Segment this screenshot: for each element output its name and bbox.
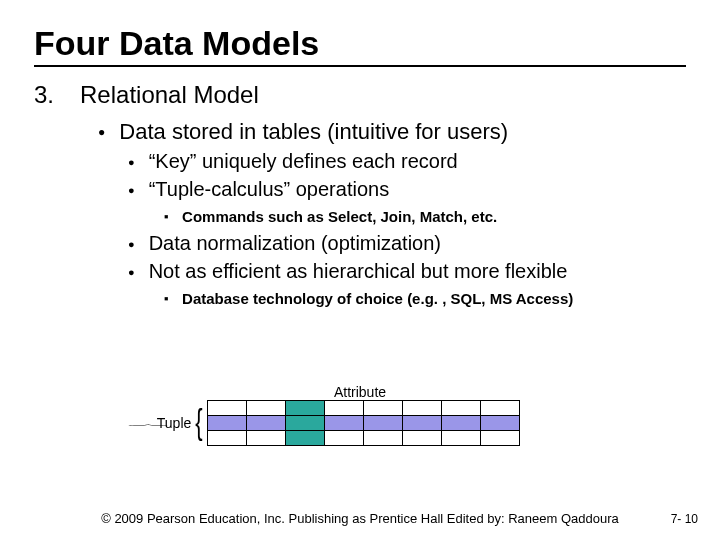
diagram-body: Tuple { [157,400,520,446]
copyright-text: © 2009 Pearson Education, Inc. Publishin… [0,511,720,526]
bullet-text: Not as efficient as hierarchical but mor… [149,260,568,283]
brace-left-icon: { [195,405,202,440]
divider [34,65,686,67]
bullet-icon: ● [128,178,135,202]
slide-title: Four Data Models [34,24,686,63]
bullet-text: Database technology of choice (e.g. , SQ… [182,290,573,307]
bullet-icon: ● [98,119,105,146]
table-row [207,401,519,416]
attribute-label: Attribute [0,384,720,400]
bullet-text: Data stored in tables (intuitive for use… [119,119,508,145]
bullet-level2: ● “Tuple-calculus” operations [128,178,686,202]
table-row [207,431,519,446]
bullet-level3: ■ Database technology of choice (e.g. , … [164,290,686,308]
bullet-level2: ● Data normalization (optimization) [128,232,686,256]
bullet-icon: ● [128,150,135,174]
list-number: 3. [34,81,54,109]
bullet-icon: ● [128,260,135,284]
bullet-text: Data normalization (optimization) [149,232,441,255]
bullet-icon: ■ [164,208,168,226]
page-number: 7- 10 [671,512,698,526]
bullet-level1: ● Data stored in tables (intuitive for u… [98,119,686,146]
bullet-text: “Key” uniquely defines each record [149,150,458,173]
bullet-level2: ● “Key” uniquely defines each record [128,150,686,174]
bullet-text: Commands such as Select, Join, Match, et… [182,208,497,225]
bullet-level3: ■ Commands such as Select, Join, Match, … [164,208,686,226]
table-row-highlight [207,416,519,431]
bullet-level2: ● Not as efficient as hierarchical but m… [128,260,686,284]
brace-top-icon: ︷ [127,421,165,427]
bullet-icon: ■ [164,290,168,308]
bullet-text: “Tuple-calculus” operations [149,178,389,201]
slide: Four Data Models 3. Relational Model ● D… [0,0,720,540]
bullet-icon: ● [128,232,135,256]
bullet-list: ● Data stored in tables (intuitive for u… [98,119,686,307]
mini-table [207,400,520,446]
section-heading: Relational Model [80,81,686,109]
relation-diagram: Attribute ︷ Tuple { [0,384,720,446]
numbered-heading: 3. Relational Model [34,81,686,109]
